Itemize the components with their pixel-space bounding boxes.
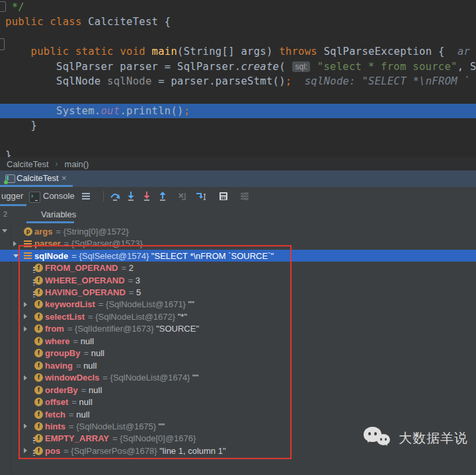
expand-arrow-icon[interactable]: [13, 241, 17, 246]
variable-value: = {SqlIdentifier@1673}: [67, 324, 156, 334]
variable-name: keywordList: [45, 299, 95, 309]
variable-row-offset[interactable]: foffset= null: [0, 396, 476, 408]
view-options-icon[interactable]: [239, 191, 250, 201]
field-icon: f: [34, 324, 43, 333]
code-editor[interactable]: */public class CalciteTest { public stat…: [0, 0, 476, 157]
static-marker-icon: [33, 291, 35, 297]
variables-tab-bar: 2 Variables: [0, 206, 476, 224]
variable-value: "SOURCE": [156, 324, 199, 334]
field-icon: f: [34, 398, 43, 406]
variable-value: null: [89, 385, 102, 395]
variable-value: "": [188, 299, 194, 309]
expand-arrow-icon[interactable]: [24, 375, 27, 381]
field-icon: f: [34, 410, 43, 419]
code-line[interactable]: */: [0, 0, 476, 15]
tab-console[interactable]: Console: [43, 191, 75, 201]
variable-value: =: [81, 385, 89, 395]
variable-row-from[interactable]: ffrom= {SqlIdentifier@1673} "SOURCE": [0, 323, 476, 336]
code-line[interactable]: }: [0, 118, 476, 133]
static-marker-icon: [33, 437, 35, 443]
field-icon: f: [34, 386, 43, 394]
code-line[interactable]: SqlParser parser = SqlParser.create( sql…: [0, 59, 476, 74]
code-line[interactable]: }: [0, 148, 476, 157]
run-configuration-icon: [5, 174, 15, 183]
field-icon: f: [34, 337, 43, 346]
code-line[interactable]: [0, 89, 476, 103]
code-token: (: [279, 61, 292, 73]
variable-row-where[interactable]: fwhere= null: [0, 335, 476, 347]
variable-row-groupBy[interactable]: fgroupBy= null: [0, 347, 476, 360]
variable-row-windowDecls[interactable]: fwindowDecls= {SqlNodeList@1674} "": [0, 371, 476, 384]
console-icon: ›: [29, 192, 40, 203]
ide-window: */public class CalciteTest { public stat…: [0, 0, 476, 475]
code-token: [5, 46, 31, 57]
variables-panel: in: pargs= {String[0]@1572}parser= {SqlP…: [0, 223, 476, 475]
drop-frame-icon[interactable]: [177, 191, 188, 201]
code-token: sqlNode: [107, 75, 151, 87]
evaluate-expression-icon[interactable]: [218, 191, 229, 201]
collapse-arrow-icon[interactable]: [13, 254, 19, 258]
variable-row-parser[interactable]: parser= {SqlParser@1573}: [0, 237, 476, 250]
breadcrumb-class[interactable]: CalciteTest: [7, 159, 49, 169]
variable-row-having[interactable]: fhaving= null: [0, 359, 476, 372]
variable-name: fetch: [45, 410, 65, 420]
variable-row-fetch[interactable]: ffetch= null: [0, 408, 476, 421]
step-into-icon[interactable]: [126, 191, 136, 201]
code-token: public class: [5, 16, 88, 28]
variable-value: "": [159, 421, 165, 431]
variable-value: =: [128, 275, 136, 285]
code-line[interactable]: [0, 30, 476, 44]
variable-value: "SELECT *\nFROM `SOURCE`": [151, 251, 274, 261]
variable-value: = {SqlParser@1573}: [64, 238, 143, 248]
run-to-cursor-icon[interactable]: [196, 191, 206, 201]
breadcrumb-method[interactable]: main(): [65, 159, 89, 169]
code-line[interactable]: public class CalciteTest {: [0, 15, 476, 29]
variable-row-args[interactable]: pargs= {String[0]@1572}: [0, 225, 476, 238]
variable-name: parser: [34, 238, 61, 248]
variable-name: WHERE_OPERAND: [45, 275, 125, 285]
code-line[interactable]: SqlNode sqlNode = parser.parseStmt(); sq…: [0, 74, 476, 89]
debug-session-tab[interactable]: CalciteTest: [17, 173, 59, 183]
breadcrumb: CalciteTest › main(): [0, 157, 476, 170]
field-icon: f: [34, 361, 43, 370]
layout-settings-icon[interactable]: [81, 191, 91, 201]
code-line[interactable]: [0, 133, 476, 148]
variable-row-keywordList[interactable]: fkeywordList= {SqlNodeList@1671} "": [0, 299, 476, 311]
code-token: System.: [5, 105, 100, 117]
frames-panel-fragment: 2: [3, 210, 7, 218]
variable-row-WHERE_OPERAND[interactable]: fWHERE_OPERAND= 3: [0, 274, 476, 287]
variable-row-selectList[interactable]: fselectList= {SqlNodeList@1672} "*": [0, 311, 476, 323]
close-icon[interactable]: ×: [61, 173, 67, 183]
force-step-into-icon[interactable]: [141, 191, 152, 201]
variable-row-HAVING_OPERAND[interactable]: fHAVING_OPERAND= 5: [0, 286, 476, 299]
static-marker-icon: [33, 279, 35, 285]
step-out-icon[interactable]: [157, 191, 168, 201]
tab-debugger[interactable]: ugger: [1, 191, 23, 201]
watermark: 大数据羊说: [362, 425, 468, 451]
variable-value: = {SqlNode[0]@1676}: [112, 433, 196, 443]
variable-name: EMPTY_ARRAY: [45, 433, 109, 443]
variable-row-orderBy[interactable]: forderBy= null: [0, 384, 476, 396]
step-over-icon[interactable]: [110, 191, 120, 201]
expand-arrow-icon[interactable]: [24, 423, 27, 429]
variable-value: = {String[0]@1572}: [56, 227, 128, 237]
code-token: out: [100, 105, 120, 117]
expand-arrow-icon[interactable]: [24, 326, 27, 332]
variable-row-FROM_OPERAND[interactable]: fFROM_OPERAND= 2: [0, 262, 476, 274]
code-line[interactable]: public static void main(String[] args) t…: [0, 44, 476, 59]
tab-variables[interactable]: Variables: [41, 209, 76, 219]
variable-row-sqlNode[interactable]: sqlNode= {SqlSelect@1574} "SELECT *\nFRO…: [0, 250, 476, 262]
code-token: SqlParseException {: [324, 46, 445, 57]
execution-line[interactable]: System.out.println();: [0, 104, 476, 118]
variable-name: pos: [45, 446, 60, 456]
expand-arrow-icon[interactable]: [24, 314, 27, 319]
variable-value: "*": [178, 312, 187, 322]
code-token: */: [5, 1, 24, 13]
expand-arrow-icon[interactable]: [24, 302, 27, 307]
expand-arrow-icon[interactable]: [24, 448, 27, 453]
code-area: */public class CalciteTest { public stat…: [0, 0, 476, 157]
variable-value: = {SqlSelect@1574}: [71, 251, 151, 261]
variable-value: 5: [136, 287, 141, 297]
code-token: (String[] args): [177, 46, 279, 57]
variable-name: orderBy: [45, 385, 78, 395]
